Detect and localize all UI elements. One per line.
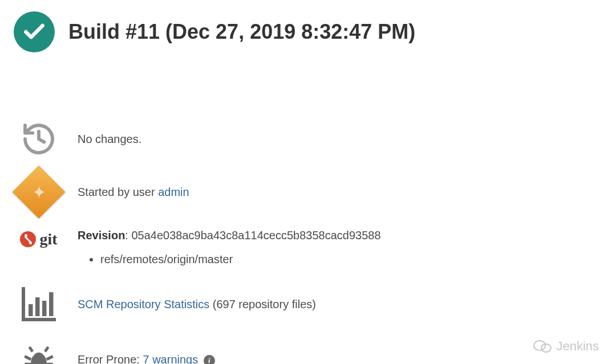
svg-line-8 <box>45 347 48 351</box>
svg-rect-5 <box>49 292 54 316</box>
svg-rect-2 <box>29 304 33 316</box>
info-icon[interactable]: i <box>204 355 215 364</box>
bug-icon <box>16 341 62 364</box>
revision-label: Revision <box>78 229 125 242</box>
changes-text: No changes. <box>78 130 141 148</box>
build-success-icon <box>14 11 55 52</box>
svg-rect-4 <box>42 301 47 316</box>
svg-line-10 <box>47 357 53 360</box>
revision-sep: : <box>125 229 131 242</box>
git-text-block: Revision: 05a4e038ac9ba43c8a114cecc5b835… <box>78 227 381 268</box>
chart-icon <box>16 284 62 325</box>
cause-text: Started by user admin <box>78 183 189 201</box>
errorprone-prefix: Error Prone: <box>78 353 143 364</box>
scm-text: SCM Repository Statistics (697 repositor… <box>78 296 316 313</box>
scm-row: SCM Repository Statistics (697 repositor… <box>16 284 605 325</box>
svg-rect-3 <box>35 297 40 316</box>
svg-line-7 <box>30 347 33 351</box>
svg-line-9 <box>25 357 31 360</box>
git-row: git Revision: 05a4e038ac9ba43c8a114cecc5… <box>16 227 605 268</box>
svg-rect-1 <box>22 318 56 321</box>
scm-suffix: (697 repository files) <box>209 298 316 310</box>
watermark: Jenkins <box>533 339 599 354</box>
errorprone-text: Error Prone: 7 warnings i <box>78 351 215 364</box>
scm-stats-link[interactable]: SCM Repository Statistics <box>78 298 209 310</box>
build-details: No changes. ✦ Started by user admin git … <box>11 121 605 364</box>
build-title: Build #11 (Dec 27, 2019 8:32:47 PM) <box>68 20 415 44</box>
git-ref: refs/remotes/origin/master <box>100 251 381 268</box>
history-icon <box>16 121 62 157</box>
revision-hash: 05a4e038ac9ba43c8a114cecc5b8358cacd93588 <box>131 229 380 242</box>
wechat-icon <box>533 339 552 354</box>
cause-row: ✦ Started by user admin <box>16 173 605 211</box>
svg-point-6 <box>31 353 47 364</box>
git-icon: git <box>16 230 62 248</box>
cause-user-link[interactable]: admin <box>158 186 189 198</box>
changes-row: No changes. <box>16 121 605 157</box>
svg-rect-0 <box>22 287 25 321</box>
errorprone-link[interactable]: 7 warnings <box>143 353 198 364</box>
errorprone-row: Error Prone: 7 warnings i <box>16 341 605 364</box>
build-header: Build #11 (Dec 27, 2019 8:32:47 PM) <box>11 11 605 52</box>
cause-prefix: Started by user <box>78 186 158 198</box>
cause-icon: ✦ <box>16 173 62 211</box>
watermark-text: Jenkins <box>556 339 599 354</box>
